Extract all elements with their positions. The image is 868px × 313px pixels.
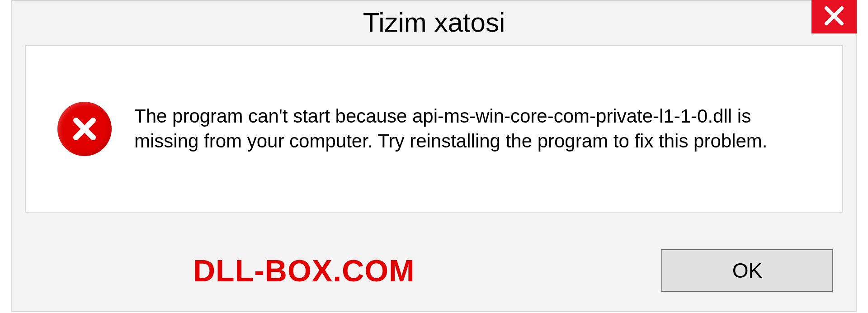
content-area: The program can't start because api-ms-w… (25, 45, 843, 213)
close-icon (824, 5, 844, 28)
error-icon (57, 102, 112, 156)
ok-button[interactable]: OK (661, 249, 833, 292)
error-message: The program can't start because api-ms-w… (134, 104, 820, 153)
dialog-footer: DLL-BOX.COM OK (12, 230, 856, 311)
watermark-text: DLL-BOX.COM (193, 253, 415, 288)
close-button[interactable] (811, 0, 857, 33)
titlebar: Tizim xatosi (12, 1, 856, 45)
dialog-title: Tizim xatosi (363, 7, 505, 38)
error-dialog: Tizim xatosi The program can't start bec… (11, 0, 857, 312)
